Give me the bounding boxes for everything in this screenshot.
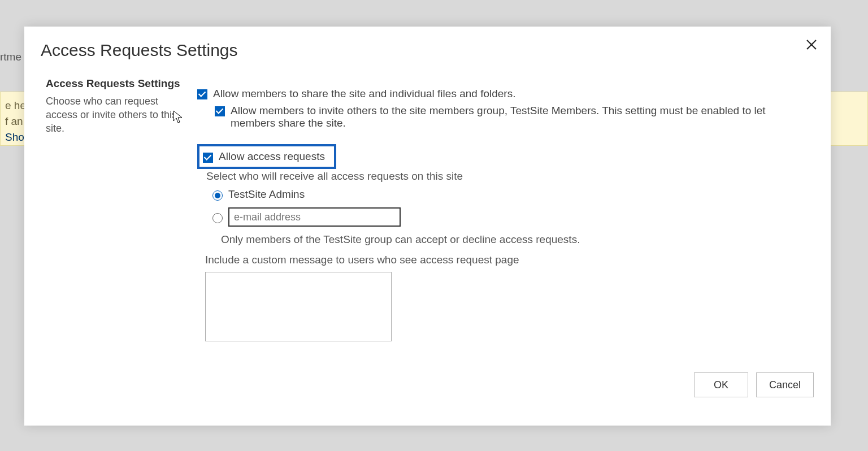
label-allow-share: Allow members to share the site and indi… bbox=[213, 88, 515, 100]
label-allow-invite: Allow members to invite others to the si… bbox=[231, 105, 813, 129]
label-allow-access-requests: Allow access requests bbox=[219, 150, 325, 163]
label-receiver: Select who will receive all access reque… bbox=[206, 170, 813, 183]
cancel-button[interactable]: Cancel bbox=[756, 372, 814, 397]
checkbox-allow-share[interactable] bbox=[197, 89, 207, 99]
highlight-allow-access-requests: Allow access requests bbox=[197, 144, 336, 169]
close-icon bbox=[806, 40, 817, 52]
row-allow-share: Allow members to share the site and indi… bbox=[197, 88, 813, 100]
ok-button[interactable]: OK bbox=[694, 372, 748, 397]
row-radio-admins: TestSite Admins bbox=[210, 188, 813, 201]
email-input[interactable] bbox=[228, 207, 401, 227]
left-description: Choose who can request access or invite … bbox=[46, 94, 190, 135]
checkbox-allow-access-requests[interactable] bbox=[203, 153, 213, 163]
right-column: Allow members to share the site and indi… bbox=[197, 88, 813, 344]
close-button[interactable] bbox=[802, 37, 821, 55]
row-allow-invite: Allow members to invite others to the si… bbox=[197, 105, 813, 129]
custom-message-label: Include a custom message to users who se… bbox=[205, 254, 813, 266]
bg-nav-fragment: rtme bbox=[0, 51, 21, 63]
checkbox-allow-invite[interactable] bbox=[215, 106, 225, 116]
row-radio-email bbox=[210, 207, 813, 227]
access-requests-dialog: Access Requests Settings Access Requests… bbox=[24, 27, 831, 426]
custom-message-textarea[interactable] bbox=[205, 272, 392, 341]
dialog-title: Access Requests Settings bbox=[41, 41, 238, 60]
left-heading: Access Requests Settings bbox=[46, 77, 190, 90]
group-note: Only members of the TestSite group can a… bbox=[221, 233, 813, 246]
dialog-button-row: OK Cancel bbox=[694, 372, 814, 397]
left-column: Access Requests Settings Choose who can … bbox=[46, 77, 190, 135]
radio-email-address[interactable] bbox=[212, 213, 223, 223]
label-testsite-admins: TestSite Admins bbox=[228, 188, 305, 201]
radio-testsite-admins[interactable] bbox=[212, 190, 223, 201]
